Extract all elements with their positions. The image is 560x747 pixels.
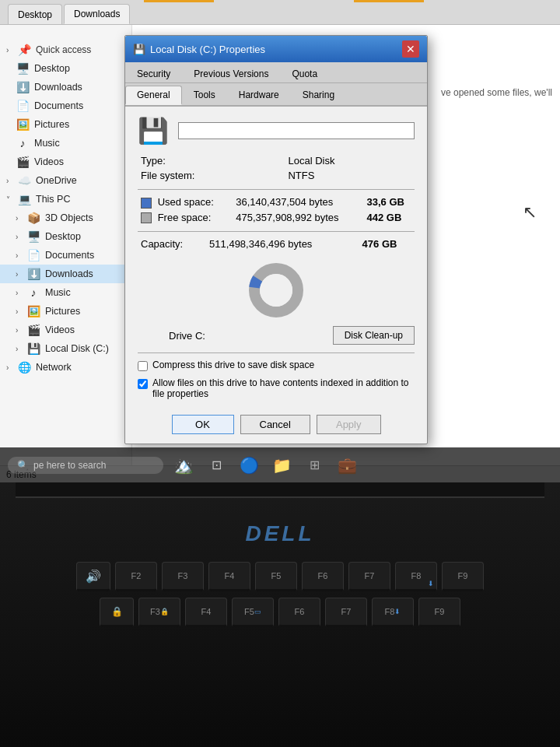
taskbar-mail-icon[interactable]: 💼 [334,453,359,478]
key-f5[interactable]: F5 [255,562,297,591]
sidebar-item-videos-2-label: Videos [45,324,75,335]
tab-downloads[interactable]: Downloads [64,4,130,24]
cancel-button[interactable]: Cancel [240,415,310,434]
sidebar-item-local-disk[interactable]: › 💾 Local Disk (C:) [0,339,131,358]
tab-general[interactable]: General [125,86,182,105]
key-f6-2[interactable]: F6 [278,598,320,627]
key-f9-2[interactable]: F9 [418,598,460,627]
dell-logo: DELL [245,521,314,546]
sidebar: › 📌 Quick access 🖥️ Desktop ⬇️ Downloads… [0,25,132,482]
dialog-buttons: OK Cancel Apply [125,410,427,444]
sidebar-item-onedrive-label: OneDrive [36,175,77,186]
tab-security[interactable]: Security [125,65,182,82]
tab-previous-versions[interactable]: Previous Versions [182,65,280,82]
key-lock[interactable]: 🔒 [100,598,134,627]
disk-name-input[interactable] [178,122,415,139]
dialog-title-icon: 💾 [133,44,145,55]
key-f7-2[interactable]: F7 [325,598,367,627]
apply-button[interactable]: Apply [317,415,381,434]
key-f3[interactable]: F3 [162,562,204,591]
key-f9-2-label: F9 [435,607,445,616]
laptop-area: DELL 🔊 F2 F3 F4 F5 F6 F7 F8 [0,482,560,747]
sidebar-item-this-pc[interactable]: ˅ 💻 This PC [0,190,131,209]
sidebar-item-desktop-2[interactable]: › 🖥️ Desktop [0,227,131,246]
sidebar-item-music-1[interactable]: ♪ Music [0,134,131,153]
space-table: Used space: 36,140,437,504 bytes 33,6 GB… [138,195,415,225]
tab-previous-versions-label: Previous Versions [194,68,268,79]
sidebar-item-music-2[interactable]: › ♪ Music [0,283,131,302]
tab-quota[interactable]: Quota [280,65,329,82]
sidebar-item-documents-2-label: Documents [45,250,94,261]
key-f8[interactable]: F8 ⬇ [395,562,437,591]
used-space-row: Used space: 36,140,437,504 bytes 33,6 GB [138,195,415,210]
local-disk-icon: 💾 [26,342,40,356]
sidebar-item-videos-2[interactable]: › 🎬 Videos [0,321,131,339]
sidebar-item-quick-access[interactable]: › 📌 Quick access [0,40,131,59]
sidebar-item-network-label: Network [36,362,72,373]
index-label: Allow files on this drive to have conten… [152,377,415,399]
sidebar-item-downloads-1[interactable]: ⬇️ Downloads [0,78,131,96]
key-f9[interactable]: F9 [442,562,484,591]
tab-tools-label: Tools [194,89,215,100]
taskbar-photo-icon[interactable]: 🏔️ [171,453,196,478]
desktop-1-icon: 🖥️ [16,61,30,75]
divider-2 [138,231,415,232]
music-2-arrow: › [16,289,25,297]
videos-2-arrow: › [16,326,25,335]
tab-sharing[interactable]: Sharing [291,86,346,105]
sidebar-item-desktop-2-label: Desktop [45,231,81,242]
properties-dialog: 💾 Local Disk (C:) Properties ✕ Security … [124,35,428,444]
taskbar-search[interactable]: 🔍 pe here to search [8,457,163,474]
tab-hardware[interactable]: Hardware [227,86,291,105]
dialog-title-text: Local Disk (C:) Properties [150,44,265,55]
compress-checkbox[interactable] [138,361,148,371]
key-f3-2[interactable]: F3 🔒 [138,598,180,627]
quick-access-icon: 📌 [17,43,31,57]
network-arrow: › [6,363,16,372]
sidebar-item-onedrive[interactable]: › ☁️ OneDrive [0,171,131,190]
music-1-icon: ♪ [16,136,30,150]
dialog-close-button[interactable]: ✕ [402,40,419,58]
sidebar-item-network[interactable]: › 🌐 Network [0,358,131,377]
pictures-2-icon: 🖼️ [26,304,40,318]
key-f9-label: F9 [458,571,468,580]
key-f4-2[interactable]: F4 [185,598,227,627]
sidebar-item-downloads-2[interactable]: › ⬇️ Downloads [0,265,131,283]
taskbar-folder-icon[interactable]: 📁 [269,453,294,478]
tab-desktop[interactable]: Desktop [8,4,62,24]
sidebar-item-pictures-2[interactable]: › 🖼️ Pictures [0,302,131,321]
sidebar-item-documents-1[interactable]: 📄 Documents [0,96,131,115]
sidebar-item-videos-1[interactable]: 🎬 Videos [0,153,131,171]
key-f5-2[interactable]: F5 ▭ [232,598,274,627]
key-f7[interactable]: F7 [348,562,390,591]
dialog-content: 💾 Type: Local Disk File system: NTFS Use… [125,107,427,410]
tab-security-label: Security [137,68,170,79]
fs-row: File system: NTFS [138,168,415,183]
disk-cleanup-button[interactable]: Disk Clean-up [333,326,415,345]
tab-tools[interactable]: Tools [182,86,227,105]
sidebar-item-3dobjects[interactable]: › 📦 3D Objects [0,209,131,227]
quick-access-arrow: › [6,46,16,54]
taskbar-store-icon[interactable]: ⊞ [302,453,327,478]
key-f2[interactable]: F2 [115,562,157,591]
dialog-tabs-bottom: General Tools Hardware Sharing [125,83,427,107]
ok-button[interactable]: OK [172,415,234,434]
sidebar-item-desktop-1[interactable]: 🖥️ Desktop [0,59,131,78]
key-f6[interactable]: F6 [302,562,344,591]
taskbar-edge-icon[interactable]: 🔵 [236,453,261,478]
key-f4[interactable]: F4 [208,562,250,591]
key-volume[interactable]: 🔊 [76,562,110,591]
key-f8-2[interactable]: F8 ⬇ [372,598,414,627]
taskbar-window-icon[interactable]: ⊡ [204,453,229,478]
3dobjects-icon: 📦 [26,211,40,225]
free-space-row: Free space: 475,357,908,992 bytes 442 GB [138,210,415,226]
sidebar-item-pictures-2-label: Pictures [45,306,80,317]
sidebar-item-3dobjects-label: 3D Objects [45,212,93,223]
index-checkbox[interactable] [138,379,148,389]
sidebar-item-pictures-1[interactable]: 🖼️ Pictures [0,115,131,134]
sidebar-item-documents-2[interactable]: › 📄 Documents [0,246,131,265]
used-color-box [141,198,152,209]
compress-checkbox-row: Compress this drive to save disk space [138,359,415,371]
capacity-bytes: 511,498,346,496 bytes [203,237,359,251]
key-f4-label: F4 [225,571,235,580]
